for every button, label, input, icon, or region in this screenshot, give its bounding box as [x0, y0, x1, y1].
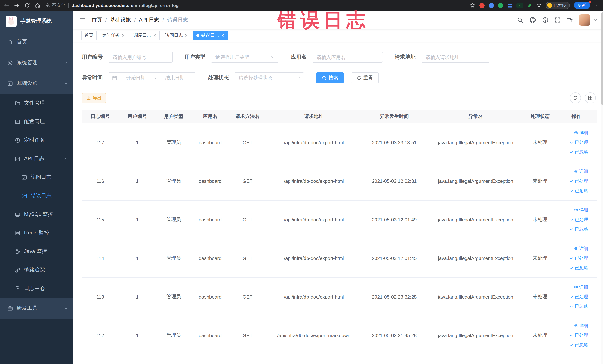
processed-link[interactable]: 已处理 [556, 253, 588, 263]
user-type-select[interactable]: 请选择用户类型 [210, 52, 279, 63]
detail-link[interactable]: 详细 [556, 321, 588, 330]
sidebar-item-home[interactable]: 首页 [0, 32, 73, 52]
cell-app-name: dashboard [191, 316, 229, 354]
refresh-button[interactable] [570, 92, 581, 104]
tab-scheduled-tasks[interactable]: 定时任务 [99, 31, 128, 40]
processed-link[interactable]: 已处理 [556, 292, 588, 302]
browser-reload-icon[interactable] [24, 3, 30, 8]
app-name-input[interactable] [312, 52, 383, 63]
eye-icon [574, 285, 578, 289]
address-bar[interactable]: 不安全 dashboard.yudao.iocoder.cn/infra/log… [45, 2, 465, 9]
sidebar-item-system-management[interactable]: 系统管理 [0, 52, 73, 73]
breadcrumb-home[interactable]: 首页 [92, 17, 102, 23]
sidebar-item-file-management[interactable]: 文件管理 [0, 94, 73, 112]
browser-home-icon[interactable] [35, 3, 40, 8]
cell-actions: 详细 已处理 已忽略 [556, 277, 597, 316]
processed-link[interactable]: 已处理 [556, 215, 588, 224]
scrollbar-thumb[interactable] [601, 12, 603, 105]
extension-blue-icon[interactable] [488, 3, 494, 8]
close-icon[interactable] [122, 34, 125, 37]
end-date-placeholder[interactable]: 结束日期 [158, 75, 192, 81]
cell-log-id: 117 [82, 123, 119, 162]
detail-link[interactable]: 详细 [556, 128, 588, 138]
sidebar-item-label: 访问日志 [31, 174, 52, 181]
request-url-input[interactable] [421, 52, 490, 63]
cell-request-url: /api/infra/db-doc/export-html [266, 162, 361, 200]
folder-icon [15, 100, 20, 106]
sidebar-item-error-log[interactable]: 错误日志 [0, 187, 73, 205]
browser-update-button[interactable]: 更新 [574, 2, 590, 9]
extension-leaf-icon[interactable] [527, 3, 532, 8]
detail-link[interactable]: 详细 [556, 205, 588, 215]
tab-error-log[interactable]: 错误日志 [193, 31, 228, 40]
processed-link[interactable]: 已处理 [556, 176, 588, 186]
close-icon[interactable] [153, 34, 156, 37]
user-avatar[interactable] [579, 14, 590, 26]
paused-badge[interactable]: 已暂停 [545, 2, 570, 9]
browser-scrollbar[interactable] [600, 11, 603, 364]
browser-back-icon[interactable] [4, 3, 9, 8]
app-logo[interactable]: 芋道管理系统 [0, 11, 73, 32]
search-icon[interactable] [517, 17, 523, 23]
column-settings-button[interactable] [584, 92, 596, 104]
tab-access-log[interactable]: 访问日志 [162, 31, 191, 40]
help-icon[interactable] [542, 17, 548, 23]
processed-link[interactable]: 已处理 [556, 138, 588, 147]
browser-forward-icon[interactable] [14, 3, 20, 8]
ignored-link[interactable]: 已忽略 [556, 340, 588, 350]
sidebar-item-scheduled-tasks[interactable]: 定时任务 [0, 131, 73, 150]
check-icon [569, 150, 574, 154]
extension-grid-icon[interactable] [507, 3, 512, 8]
close-icon[interactable] [221, 34, 224, 37]
sidebar-item-access-log[interactable]: 访问日志 [0, 168, 73, 187]
filter-exception-time: 异常时间 开始日期 - 结束日期 [82, 72, 196, 83]
detail-link[interactable]: 详细 [556, 166, 588, 176]
ignored-link[interactable]: 已忽略 [556, 302, 588, 311]
processed-label: 已处理 [575, 215, 588, 224]
sidebar-item-dev-tools[interactable]: 研发工具 [0, 298, 73, 318]
detail-link[interactable]: 详细 [556, 244, 588, 253]
ignored-link[interactable]: 已忽略 [556, 147, 588, 157]
start-date-placeholder[interactable]: 开始日期 [119, 75, 153, 81]
extension-on-badge[interactable]: on [516, 3, 523, 8]
github-icon[interactable] [529, 17, 536, 23]
warning-icon [45, 3, 50, 8]
sidebar-item-redis-monitor[interactable]: Redis 监控 [0, 224, 73, 242]
tab-schedule-log[interactable]: 调度日志 [130, 31, 160, 40]
bookmark-star-icon[interactable] [470, 3, 475, 8]
user-id-input[interactable] [108, 52, 173, 63]
breadcrumb-infrastructure[interactable]: 基础设施 [110, 17, 131, 23]
sidebar-item-log-center[interactable]: 日志中心 [0, 279, 73, 298]
ignored-link[interactable]: 已忽略 [556, 186, 588, 195]
process-status-select[interactable]: 请选择处理状态 [234, 72, 304, 83]
sidebar-item-label: 错误日志 [31, 192, 52, 199]
processed-link[interactable]: 已处理 [556, 330, 588, 340]
export-button[interactable]: 导出 [82, 93, 106, 103]
extension-paw-icon[interactable] [536, 3, 542, 8]
fullscreen-icon[interactable] [555, 17, 560, 23]
breadcrumb-api-log[interactable]: API 日志 [139, 17, 159, 23]
cell-exception-name: java.lang.IllegalArgumentException [427, 123, 524, 162]
sidebar-item-infrastructure[interactable]: 基础设施 [0, 73, 73, 94]
sidebar-item-mysql-monitor[interactable]: MySQL 监控 [0, 205, 73, 224]
cell-app-name: dashboard [191, 277, 229, 316]
browser-menu-icon[interactable] [594, 3, 599, 8]
search-button[interactable]: 搜索 [316, 72, 344, 83]
font-size-icon[interactable] [567, 17, 573, 23]
tab-home[interactable]: 首页 [81, 31, 97, 40]
ignored-link[interactable]: 已忽略 [556, 224, 588, 234]
sidebar-item-config-management[interactable]: 配置管理 [0, 112, 73, 131]
ignored-link[interactable]: 已忽略 [556, 263, 588, 273]
close-icon[interactable] [185, 34, 188, 37]
sidebar-item-trace[interactable]: 链路追踪 [0, 261, 73, 279]
extension-red-icon[interactable] [479, 3, 484, 8]
detail-link[interactable]: 详细 [556, 282, 588, 292]
cell-user-id: 1 [119, 123, 156, 162]
security-badge[interactable]: 不安全 [45, 2, 65, 9]
reset-button[interactable]: 重置 [351, 72, 379, 83]
sidebar-toggle-icon[interactable] [79, 17, 86, 23]
sidebar-item-java-monitor[interactable]: Java 监控 [0, 242, 73, 261]
sidebar-item-api-log[interactable]: API 日志 [0, 150, 73, 168]
exception-time-range-picker[interactable]: 开始日期 - 结束日期 [108, 72, 196, 83]
extension-green-icon[interactable] [498, 3, 503, 8]
